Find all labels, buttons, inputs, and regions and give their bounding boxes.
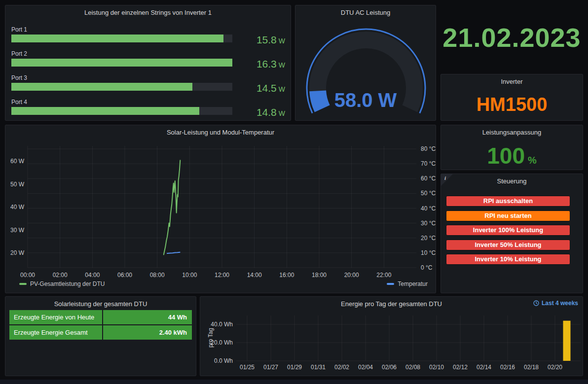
legend-item-temp[interactable]: Temperatur: [387, 280, 428, 287]
bar-gauge-list: Port 115.8WPort 216.3WPort 314.5WPort 41…: [5, 5, 291, 120]
x-axis-tick-label: 02/06: [382, 364, 397, 371]
series-line-2: [167, 252, 180, 253]
x-axis-tick-label: 16:00: [279, 272, 294, 279]
table-row: Erzeugte Energie Gesamt2.40 kWh: [9, 325, 192, 340]
right-axis-tick-label: 10 °C: [421, 249, 436, 256]
bar-gauge-value: 14.8W: [257, 106, 285, 119]
energy-table: Erzeugte Energie von Heute44 WhErzeugte …: [5, 297, 196, 376]
panel-title-gauge[interactable]: DTU AC Leistung: [295, 6, 436, 19]
x-axis-tick-label: 02/04: [358, 364, 373, 371]
left-axis-tick-label: 30 W: [10, 227, 25, 234]
x-axis-tick-label: 02/18: [524, 364, 539, 371]
x-axis-tick-label: 01/27: [263, 364, 278, 371]
control-button-3[interactable]: Inverter 100% Leistung: [446, 225, 570, 236]
right-axis-tick-label: 30 °C: [421, 220, 436, 227]
x-axis-tick-label: 00:00: [20, 272, 35, 279]
bar-gauge-value: 14.5W: [257, 82, 285, 95]
right-axis-tick-label: 0 °C: [421, 264, 433, 271]
legend-swatch-temp: [387, 283, 394, 285]
value-number: 100: [487, 143, 525, 169]
bar-gauge-track: [11, 107, 232, 115]
x-axis-tick-label: 02/10: [429, 364, 444, 371]
x-axis-tick-label: 10:00: [182, 272, 197, 279]
value-unit: %: [528, 155, 537, 166]
bar-gauge-fill: [11, 35, 223, 42]
bar-gauge-value: 15.8W: [257, 34, 285, 47]
right-axis-tick-label: 50 °C: [421, 190, 436, 197]
x-axis-tick-label: 02/16: [500, 364, 515, 371]
x-axis-tick-label: 06:00: [117, 272, 132, 279]
left-axis-tick-label: 50 W: [10, 181, 25, 188]
right-axis-tick-label: 60 °C: [421, 175, 436, 182]
legend-label-pv: PV-Gesamtleistung der DTU: [30, 280, 105, 287]
inverter-model: HM1500: [441, 92, 583, 117]
bar-chart: 0.0 Wh20.0 Wh40.0 Wh01/2501/2701/2901/31…: [200, 297, 584, 376]
value-unit: W: [279, 61, 285, 69]
control-button-2[interactable]: RPI neu starten: [446, 210, 570, 221]
bar-gauge-row: Port 3: [11, 74, 232, 95]
panel-steuerung: i Steuerung RPI ausschaltenRPI neu start…: [441, 174, 583, 293]
value-number: 16.3: [257, 58, 277, 70]
date-value: 21.02.2023: [441, 5, 583, 70]
value-number: 15.8: [257, 34, 277, 45]
bar-gauge-row: Port 4: [11, 99, 232, 119]
x-axis-tick-label: 18:00: [312, 272, 327, 279]
value-unit: W: [279, 85, 285, 93]
x-axis-tick-label: 02/14: [477, 364, 491, 371]
table-cell-value: 44 Wh: [103, 310, 192, 324]
y-axis-tick-label: 0.0 Wh: [214, 357, 233, 364]
table-cell-label: Erzeugte Energie von Heute: [9, 310, 102, 324]
y-axis-tick-label: 40.0 Wh: [211, 321, 233, 328]
panel-info-corner[interactable]: [441, 174, 453, 186]
control-button-1[interactable]: RPI ausschalten: [446, 196, 570, 207]
panel-dtu-ac-gauge: DTU AC Leistung 58.0 W: [295, 5, 436, 121]
bar-chart-ylabel: pro Tag: [207, 320, 214, 355]
panel-energy-per-day: Energie pro Tag der gesamten DTU Last 4 …: [200, 296, 583, 376]
legend-label-temp: Temperatur: [398, 280, 428, 287]
left-axis-tick-label: 20 W: [10, 249, 25, 256]
bar-gauge-track: [11, 35, 232, 42]
bar-gauge-row: Port 2: [11, 50, 232, 71]
energy-bar: [563, 321, 571, 361]
bar-gauge-value: 16.3W: [257, 58, 285, 71]
bar-gauge-label: Port 3: [11, 74, 232, 81]
value-number: 14.5: [257, 82, 277, 94]
bar-gauge-track: [11, 83, 232, 91]
table-row: Erzeugte Energie von Heute44 Wh: [9, 310, 192, 324]
bar-gauge-label: Port 1: [11, 26, 232, 33]
x-axis-tick-label: 01/29: [287, 364, 302, 371]
x-axis-tick-label: 22:00: [376, 272, 391, 279]
panel-title-inverter[interactable]: Inverter: [441, 75, 583, 88]
x-axis-tick-label: 02/08: [405, 364, 420, 371]
bar-gauge-fill: [11, 107, 199, 115]
panel-title-leistungsanpassung[interactable]: Leistungsanpassung: [441, 126, 583, 139]
series-line-1: [164, 160, 181, 254]
right-axis-tick-label: 70 °C: [421, 160, 436, 167]
x-axis-tick-label: 08:00: [150, 272, 165, 279]
right-axis-tick-label: 80 °C: [421, 145, 436, 152]
legend-item-pv[interactable]: PV-Gesamtleistung der DTU: [19, 280, 105, 287]
value-number: 14.8: [257, 106, 277, 118]
bar-gauge-label: Port 4: [11, 99, 232, 105]
x-axis-tick-label: 04:00: [85, 272, 100, 279]
x-axis-tick-label: 12:00: [215, 272, 229, 279]
x-axis-tick-label: 01/25: [240, 364, 255, 371]
x-axis-tick-label: 02/12: [453, 364, 468, 371]
x-axis-tick-label: 01/31: [311, 364, 326, 371]
control-button-4[interactable]: Inverter 50% Leistung: [446, 240, 570, 250]
right-axis-tick-label: 40 °C: [421, 205, 436, 212]
grafana-dashboard: Leistung der einzelnen Strings von Inver…: [0, 0, 588, 384]
x-axis-tick-label: 14:00: [247, 272, 262, 279]
bar-gauge-row: Port 1: [11, 26, 232, 47]
control-button-5[interactable]: Inverter 10% Leistung: [446, 254, 570, 265]
x-axis-tick-label: 20:00: [344, 272, 359, 279]
bar-gauge-fill: [11, 83, 192, 91]
value-unit: W: [279, 37, 285, 45]
left-axis-tick-label: 60 W: [10, 158, 25, 165]
info-icon: i: [444, 175, 446, 181]
bar-gauge-track: [11, 59, 232, 67]
x-axis-tick-label: 02/20: [548, 364, 562, 371]
leistungsanpassung-value: 100%: [441, 142, 583, 175]
bar-gauge-fill: [11, 59, 232, 67]
y-axis-tick-label: 20.0 Wh: [211, 339, 233, 346]
